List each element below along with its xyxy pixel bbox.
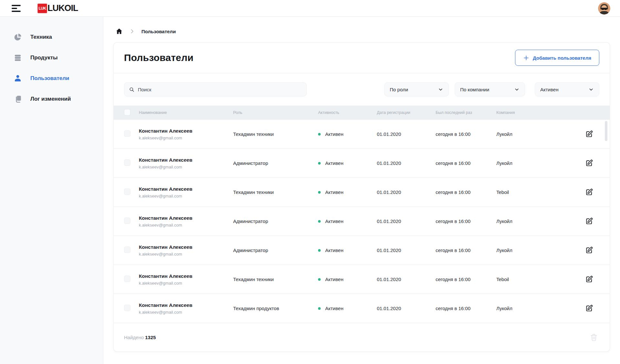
registration-date: 01.01.2020 <box>377 277 436 282</box>
last-seen: сегодня в 16:00 <box>436 218 496 224</box>
sidebar-item-products[interactable]: Продукты <box>0 51 103 65</box>
edit-button[interactable] <box>585 130 593 138</box>
user-name: Константин Алексеев <box>139 302 233 308</box>
edit-button[interactable] <box>585 188 593 196</box>
user-email: k.alekseev@gmail.com <box>139 165 233 169</box>
add-user-button-label: Добавить пользователя <box>533 55 591 61</box>
table-row: Константин Алексеев k.alekseev@gmail.com… <box>114 265 610 294</box>
sidebar-item-technics[interactable]: Техника <box>0 30 103 44</box>
last-seen: сегодня в 16:00 <box>436 277 496 282</box>
status-label: Активен <box>325 218 343 224</box>
status-dot <box>318 133 321 136</box>
registration-date: 01.01.2020 <box>377 131 436 137</box>
status-dot <box>318 191 321 194</box>
search-box <box>124 82 307 96</box>
edit-button[interactable] <box>585 275 593 283</box>
found-count: Найдено1325 <box>124 335 156 340</box>
registration-date: 01.01.2020 <box>377 248 436 253</box>
sidebar-item-changelog[interactable]: Лог изменений <box>0 92 103 106</box>
registration-date: 01.01.2020 <box>377 306 436 311</box>
user-email: k.alekseev@gmail.com <box>139 310 233 315</box>
search-icon <box>129 86 135 93</box>
edit-pencil-icon <box>585 304 593 312</box>
user-avatar[interactable] <box>598 2 610 15</box>
delete-button[interactable] <box>590 333 598 341</box>
company-name: Лукойл <box>496 248 585 253</box>
user-name: Константин Алексеев <box>139 244 233 250</box>
status-dot <box>318 220 321 223</box>
found-label: Найдено <box>124 335 144 340</box>
lukoil-logo-text: LUKOIL <box>47 3 78 13</box>
plus-icon <box>523 55 529 61</box>
role-filter-label: По роли <box>390 87 408 92</box>
chevron-right-icon <box>129 28 135 34</box>
edit-button[interactable] <box>585 159 593 167</box>
edit-pencil-icon <box>585 159 593 167</box>
row-checkbox[interactable] <box>124 188 130 195</box>
menu-toggle-button[interactable] <box>12 5 21 12</box>
status-dot <box>318 162 321 165</box>
edit-pencil-icon <box>585 188 593 196</box>
last-seen: сегодня в 16:00 <box>436 131 496 137</box>
user-name: Константин Алексеев <box>139 128 233 134</box>
row-checkbox[interactable] <box>124 159 130 166</box>
sidebar-item-users[interactable]: Пользователи <box>0 72 103 85</box>
user-icon <box>14 74 22 83</box>
burger-line <box>12 5 21 6</box>
add-user-button[interactable]: Добавить пользователя <box>515 50 599 66</box>
column-header-name: Наименование <box>139 110 233 115</box>
burger-line <box>12 8 17 9</box>
edit-button[interactable] <box>585 217 593 225</box>
row-checkbox[interactable] <box>124 130 130 137</box>
search-input[interactable] <box>138 87 302 92</box>
lukoil-logo[interactable]: LUK LUKOIL <box>37 3 78 13</box>
company-filter-dropdown[interactable]: По компании <box>455 82 525 96</box>
last-seen: сегодня в 16:00 <box>436 248 496 253</box>
column-header-registered: Дата регистрации <box>377 110 436 115</box>
chevron-down-icon <box>514 87 520 92</box>
column-header-role: Роль <box>233 110 318 115</box>
home-icon[interactable] <box>116 28 123 35</box>
status-filter-dropdown[interactable]: Активен <box>535 82 599 96</box>
table-row: Константин Алексеев k.alekseev@gmail.com… <box>114 294 610 323</box>
edit-button[interactable] <box>585 246 593 254</box>
row-checkbox[interactable] <box>124 217 130 224</box>
status-filter-label: Активен <box>540 87 558 92</box>
sidebar-item-label: Продукты <box>30 55 58 61</box>
status-label: Активен <box>325 160 343 166</box>
registration-date: 01.01.2020 <box>377 189 436 195</box>
user-name: Константин Алексеев <box>139 273 233 279</box>
last-seen: сегодня в 16:00 <box>436 160 496 166</box>
database-icon <box>14 54 22 62</box>
company-name: Лукойл <box>496 306 585 311</box>
row-checkbox[interactable] <box>124 305 130 311</box>
edit-button[interactable] <box>585 304 593 312</box>
row-checkbox[interactable] <box>124 276 130 282</box>
select-all-checkbox[interactable] <box>124 109 130 116</box>
company-name: Teboil <box>496 277 585 282</box>
user-role: Техадмин техники <box>233 277 318 282</box>
last-seen: сегодня в 16:00 <box>436 306 496 311</box>
table-scrollbar-thumb[interactable] <box>605 121 607 141</box>
sidebar-item-label: Лог изменений <box>30 96 71 102</box>
pie-chart-icon <box>14 33 22 41</box>
edit-pencil-icon <box>585 246 593 254</box>
company-filter-label: По компании <box>460 87 489 92</box>
column-header-activity: Активность <box>318 110 377 115</box>
last-seen: сегодня в 16:00 <box>436 189 496 195</box>
user-email: k.alekseev@gmail.com <box>139 194 233 198</box>
user-name: Константин Алексеев <box>139 186 233 192</box>
breadcrumb: Пользователи <box>103 17 620 43</box>
role-filter-dropdown[interactable]: По роли <box>384 82 449 96</box>
trash-icon <box>590 333 598 341</box>
user-role: Техадмин техники <box>233 189 318 195</box>
user-name: Константин Алексеев <box>139 157 233 163</box>
table-row: Константин Алексеев k.alekseev@gmail.com… <box>114 178 610 207</box>
table-row: Константин Алексеев k.alekseev@gmail.com… <box>114 207 610 236</box>
top-bar: LUK LUKOIL <box>0 0 620 17</box>
table-row: Константин Алексеев k.alekseev@gmail.com… <box>114 120 610 149</box>
registration-date: 01.01.2020 <box>377 218 436 224</box>
table-row: Константин Алексеев k.alekseev@gmail.com… <box>114 236 610 265</box>
row-checkbox[interactable] <box>124 247 130 253</box>
edit-pencil-icon <box>585 275 593 283</box>
